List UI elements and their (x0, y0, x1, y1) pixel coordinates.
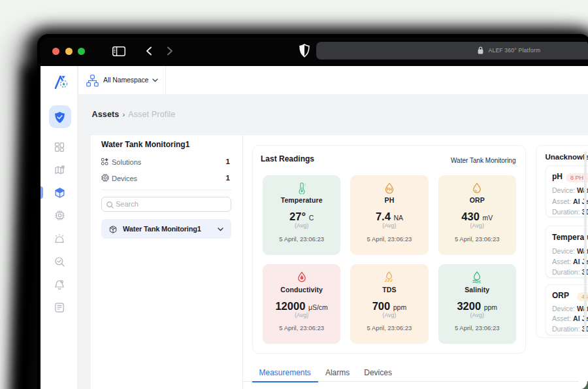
svg-text:PH: PH (386, 187, 392, 192)
